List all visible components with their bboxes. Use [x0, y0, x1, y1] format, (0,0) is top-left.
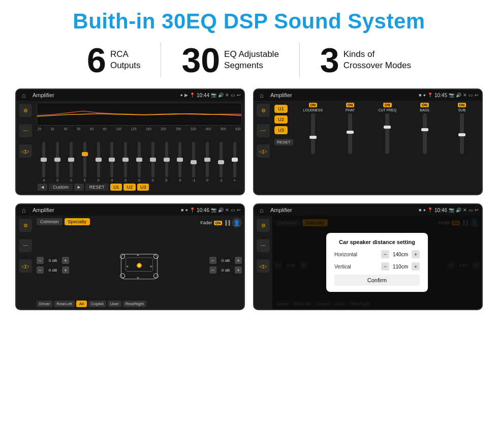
- eq-slider-7: 0: [133, 142, 146, 182]
- x-icon: ✕: [225, 93, 229, 98]
- sub-on-badge: ON: [458, 103, 466, 107]
- fader-settings-btn[interactable]: ⚙: [19, 219, 32, 232]
- eq-wave-btn[interactable]: 〰: [19, 124, 32, 137]
- driver-btn[interactable]: Driver: [37, 301, 52, 307]
- rr-minus-btn[interactable]: −: [209, 266, 216, 274]
- eq-vol-btn[interactable]: ◁▷: [19, 144, 32, 158]
- fader-main-area: Common Specialty Fader ON ▐▐ 👤: [35, 216, 244, 309]
- amp-content: ⚙ 〰 ◁▷ U1 U2 U3 RESET ON LO: [254, 101, 482, 194]
- sub-slider[interactable]: [460, 113, 464, 154]
- back-icon: ↩: [237, 93, 241, 98]
- fader-gear-btn[interactable]: 👤: [232, 218, 242, 228]
- loudness-label: LOUDNESS: [303, 108, 323, 112]
- stat-number-eq: 30: [181, 43, 220, 77]
- eq-slider-14: »: [228, 142, 241, 182]
- fader-status-title: Amplifier: [33, 207, 179, 213]
- fader-sliders-icon: ▐▐: [224, 220, 230, 225]
- rr-plus-btn[interactable]: +: [235, 266, 242, 274]
- cutfreq-label: CUT FREQ: [379, 108, 397, 112]
- fr-minus-btn[interactable]: −: [209, 257, 216, 264]
- vol-control-fr: − 0 dB +: [209, 257, 242, 264]
- phat-slider[interactable]: [348, 113, 352, 154]
- eq-u2-btn[interactable]: U2: [123, 184, 136, 191]
- amp-bullet-icon: ●: [423, 93, 426, 98]
- bass-slider[interactable]: [423, 113, 427, 154]
- dialog-wave-btn[interactable]: 〰: [257, 239, 270, 252]
- rl-plus-btn[interactable]: +: [62, 266, 69, 274]
- eq-u1-btn[interactable]: U1: [110, 184, 122, 191]
- horizontal-plus-btn[interactable]: +: [412, 250, 420, 258]
- amp-camera-icon: 📷: [449, 93, 454, 98]
- user-btn[interactable]: User: [108, 301, 121, 307]
- eq-reset-btn[interactable]: RESET: [85, 184, 109, 191]
- horizontal-minus-btn[interactable]: −: [381, 250, 389, 258]
- dialog-box: Car speaker distance setting Horizontal …: [326, 233, 428, 292]
- amp-sub-col: ON SUB: [444, 103, 480, 192]
- vertical-minus-btn[interactable]: −: [381, 262, 389, 271]
- svg-text:►: ►: [149, 264, 153, 268]
- cutfreq-slider[interactable]: [385, 113, 389, 154]
- fader-time: 10:46: [197, 207, 209, 213]
- vol-control-fl: − 0 dB +: [37, 257, 69, 264]
- eq-u3-btn[interactable]: U3: [137, 184, 149, 191]
- amp-reset-btn[interactable]: RESET: [274, 139, 293, 145]
- home-icon[interactable]: ⌂: [19, 91, 28, 100]
- sub-label: SUB: [458, 108, 465, 112]
- fader-body: − 0 dB + − 0 dB +: [37, 230, 242, 301]
- stats-row: 6 RCA Outputs 30 EQ Adjustable Segments …: [15, 43, 483, 77]
- vertical-label: Vertical: [334, 264, 351, 270]
- rearleft-btn[interactable]: RearLeft: [54, 301, 75, 307]
- amp-home-icon[interactable]: ⌂: [257, 91, 266, 100]
- loudness-slider[interactable]: [311, 113, 315, 154]
- bass-label: BASS: [420, 108, 429, 112]
- vertical-plus-btn[interactable]: +: [412, 262, 420, 271]
- phat-label: PHAT: [346, 108, 355, 112]
- vol-control-rl: − 0 dB +: [37, 266, 69, 274]
- screenshots-grid: ⌂ Amplifier ● ▶ 📍 10:44 📷 🔊 ✕ ▭ ↩ ⚙ 〰: [15, 88, 483, 310]
- amp-u2-btn[interactable]: U2: [274, 115, 288, 124]
- dialog-vol-btn[interactable]: ◁▷: [257, 259, 270, 273]
- rl-minus-btn[interactable]: −: [37, 266, 44, 274]
- fader-vol-btn[interactable]: ◁▷: [19, 259, 32, 273]
- eq-prev-btn[interactable]: ◄: [38, 184, 47, 191]
- stat-label-rca: RCA Outputs: [110, 43, 141, 71]
- eq-content: ⚙ 〰 ◁▷ 253240506380100125160200250320400…: [16, 101, 244, 194]
- fl-plus-btn[interactable]: +: [62, 257, 69, 264]
- amp-u3-btn[interactable]: U3: [274, 126, 288, 134]
- amp-status-icons: ■ ● 📍 10:45 📷 🔊 ✕ ▭ ↩: [419, 93, 479, 98]
- dialog-settings-btn[interactable]: ⚙: [257, 219, 270, 232]
- eq-slider-8: 0: [146, 142, 159, 182]
- dialog-home-icon[interactable]: ⌂: [257, 205, 266, 215]
- amp-vol-btn[interactable]: ◁▷: [257, 144, 270, 158]
- amp-u1-btn[interactable]: U1: [274, 105, 288, 113]
- dialog-time: 10:46: [434, 207, 447, 213]
- fl-minus-btn[interactable]: −: [37, 257, 44, 264]
- dialog-screen: ⌂ Amplifier ■ ● 📍 10:46 📷 🔊 ✕ ▭ ↩ ⚙: [253, 203, 483, 310]
- rearright-btn[interactable]: RearRight: [123, 301, 146, 307]
- dialog-back-icon: ↩: [475, 207, 479, 213]
- eq-next-btn[interactable]: ►: [74, 184, 84, 191]
- vertical-control: − 110cm +: [381, 262, 420, 271]
- fader-wave-btn[interactable]: 〰: [19, 239, 32, 252]
- all-btn[interactable]: All: [76, 301, 87, 307]
- fader-x-icon: ✕: [225, 207, 229, 213]
- vertical-value: 110cm: [391, 264, 410, 270]
- amp-wave-btn[interactable]: 〰: [257, 124, 270, 137]
- stat-crossover: 3 Kinds of Crossover Modes: [300, 43, 431, 77]
- phat-on-badge: ON: [346, 103, 355, 107]
- eq-settings-btn[interactable]: ⚙: [19, 104, 32, 117]
- fader-home-icon[interactable]: ⌂: [19, 205, 28, 215]
- fader-specialty-tab[interactable]: Specialty: [65, 218, 90, 225]
- eq-freq-labels: 253240506380100125160200250320400500630: [37, 127, 242, 131]
- eq-custom-btn[interactable]: Custom: [49, 184, 73, 191]
- fr-plus-btn[interactable]: +: [235, 257, 242, 264]
- amp-presets: U1 U2 U3 RESET: [274, 103, 293, 192]
- eq-slider-0: 0: [38, 142, 50, 182]
- copilot-btn[interactable]: Copilot: [88, 301, 106, 307]
- amp-cutfreq-col: ON CUT FREQ: [369, 103, 405, 192]
- eq-slider-10: 0: [174, 142, 186, 182]
- confirm-button[interactable]: Confirm: [334, 275, 420, 286]
- eq-slider-12: 0: [201, 142, 214, 182]
- amp-settings-btn[interactable]: ⚙: [257, 104, 270, 117]
- fader-common-tab[interactable]: Common: [37, 218, 63, 225]
